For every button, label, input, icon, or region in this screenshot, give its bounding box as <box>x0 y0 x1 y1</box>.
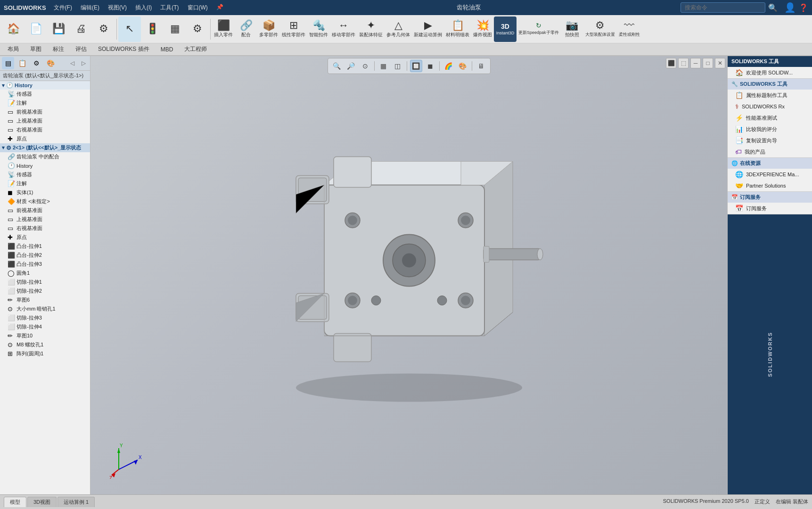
toolbar-new-motion[interactable]: ▶ 新建运动算例 <box>412 16 444 42</box>
menu-pin[interactable]: 📌 <box>213 2 227 14</box>
tree-solid-bodies[interactable]: ◼实体(1) <box>0 188 90 197</box>
toolbar-speedpak[interactable]: ↻ 更新Speedpak子零件 <box>517 16 561 42</box>
tree-cut-extrude2[interactable]: ⬜切除-拉伸2 <box>0 287 90 296</box>
vp-previous-view[interactable]: ⊙ <box>359 60 371 72</box>
tree-sketch6[interactable]: ✏草图6 <box>0 296 90 304</box>
tree-annotations-2[interactable]: 📝注解 <box>0 179 90 188</box>
right-sw-tools-header[interactable]: 🔧 SOLIDWORKS 工具 <box>728 79 812 90</box>
menu-edit[interactable]: 编辑(E) <box>77 2 103 14</box>
tree-component2[interactable]: ▾⚙ 2<1> (默认<<默认>_显示状态 <box>0 143 90 152</box>
feature-tree[interactable]: ▾🕐 History 📡传感器 📝注解 ▭前视基准面 ▭上视基准面 ▭右视基准面… <box>0 81 90 494</box>
tree-cut-extrude3[interactable]: ⬜切除-拉伸3 <box>0 313 90 322</box>
tree-top-plane-2[interactable]: ▭上视基准面 <box>0 215 90 224</box>
toolbar-snapshot[interactable]: 📷 拍快照 <box>561 16 583 42</box>
tree-origin-2[interactable]: ✚原点 <box>0 233 90 242</box>
right-compare[interactable]: 📊 比较我的评分 <box>728 123 812 135</box>
toolbar-smart-fastener[interactable]: 🔩 智能扣件 <box>307 16 330 42</box>
tree-front-plane[interactable]: ▭前视基准面 <box>0 107 90 116</box>
toolbar-settings[interactable]: ⚙ <box>92 16 115 42</box>
toolbar-move-component[interactable]: ↔ 移动零部件 <box>330 16 357 42</box>
panel-expand-btn[interactable]: ▷ <box>79 58 88 68</box>
toolbar-assembly-feature[interactable]: ✦ 装配体特征 <box>357 16 385 42</box>
menu-file[interactable]: 文件(F) <box>50 2 76 14</box>
toolbar-instant3d[interactable]: 3D Instant3D <box>494 16 517 42</box>
toolbar-bom[interactable]: 📋 材料明细表 <box>444 16 471 42</box>
vp-viewport-settings[interactable]: 🖥 <box>475 60 487 72</box>
viewport-close[interactable]: ✕ <box>715 58 725 68</box>
tree-sensors-2[interactable]: 📡传感器 <box>0 170 90 179</box>
toolbar-print[interactable]: 🖨 <box>70 16 92 42</box>
viewport-minimize[interactable]: ─ <box>690 58 701 68</box>
feature-tree-btn[interactable]: ▤ <box>2 57 14 69</box>
viewport-split-h[interactable]: ⬚ <box>678 58 689 68</box>
config-manager-btn[interactable]: ⚙ <box>30 57 42 69</box>
toolbar-table[interactable]: ▦ <box>164 16 186 42</box>
vp-section-view[interactable]: ▦ <box>377 60 390 72</box>
tree-right-plane[interactable]: ▭右视基准面 <box>0 125 90 134</box>
viewport-maximize[interactable]: □ <box>703 58 713 68</box>
tab-annotation[interactable]: 标注 <box>47 44 70 55</box>
right-online-header[interactable]: 🌐 在线资源 <box>728 158 812 169</box>
panel-collapse-btn[interactable]: ◁ <box>67 58 77 68</box>
tree-cut-extrude4[interactable]: ⬜切除-拉伸4 <box>0 322 90 331</box>
vp-zoom-to-fit[interactable]: 🔍 <box>331 60 343 72</box>
tree-origin[interactable]: ✚原点 <box>0 134 90 143</box>
toolbar-multi-part[interactable]: 📦 多零部件 <box>257 16 280 42</box>
menu-view[interactable]: 视图(V) <box>104 2 131 14</box>
status-tab-3dview[interactable]: 3D视图 <box>27 497 57 507</box>
vp-appearance[interactable]: 🎨 <box>457 60 469 72</box>
tree-fillet1[interactable]: ◯圆角1 <box>0 269 90 278</box>
tab-evaluate[interactable]: 评估 <box>70 44 92 55</box>
right-sw-rx[interactable]: ⚕ SOLIDWORKS Rx <box>728 101 812 112</box>
tree-history-2[interactable]: 🕐History <box>0 161 90 170</box>
tree-boss-extrude1[interactable]: ⬛凸台-拉伸1 <box>0 242 90 251</box>
tree-sketch10[interactable]: ✏草图10 <box>0 331 90 340</box>
help-icon[interactable]: ❓ <box>799 3 808 12</box>
tree-front-plane-2[interactable]: ▭前视基准面 <box>0 206 90 215</box>
vp-view-orientation[interactable]: ◫ <box>392 60 404 72</box>
tab-sw-addins[interactable]: SOLIDWORKS 插件 <box>92 44 155 55</box>
toolbar-linear-array[interactable]: ⊞ 线性零部件 <box>280 16 307 42</box>
toolbar-insert-part[interactable]: ⬛ 插入零件 <box>212 16 235 42</box>
tab-engineer[interactable]: 大工程师 <box>179 44 213 55</box>
tab-layout[interactable]: 布局 <box>2 44 25 55</box>
toolbar-new-doc[interactable]: 📄 <box>25 16 47 42</box>
toolbar-gear[interactable]: ⚙ <box>186 16 209 42</box>
toolbar-flexible-rigid[interactable]: 〰 柔性或刚性 <box>617 16 642 42</box>
user-icon[interactable]: 👤 <box>784 2 796 13</box>
toolbar-reference-geometry[interactable]: △ 参考几何体 <box>385 16 412 42</box>
tree-boss-extrude3[interactable]: ⬛凸台-拉伸3 <box>0 260 90 269</box>
right-attr-tool[interactable]: 📋 属性标题制作工具 <box>728 90 812 101</box>
right-subscription-header[interactable]: 📅 订阅服务 <box>728 192 812 203</box>
status-tab-model[interactable]: 模型 <box>4 497 26 507</box>
tree-sensors[interactable]: 📡传感器 <box>0 90 90 99</box>
right-benchmark[interactable]: ⚡ 性能基准测试 <box>728 112 812 123</box>
menu-tools[interactable]: 工具(T) <box>156 2 182 14</box>
toolbar-large-assembly[interactable]: ⚙ 大型装配体设置 <box>583 16 617 42</box>
tree-top-plane[interactable]: ▭上视基准面 <box>0 116 90 125</box>
tree-dowel-hole[interactable]: ⊙大小mm 暗销孔1 <box>0 304 90 313</box>
toolbar-traffic[interactable]: 🚦 <box>141 16 164 42</box>
tree-material[interactable]: 🔶材质 <未指定> <box>0 197 90 206</box>
toolbar-mate[interactable]: 🔗 配合 <box>235 16 257 42</box>
property-manager-btn[interactable]: 📋 <box>16 57 28 69</box>
right-my-products[interactable]: 🏷 我的产品 <box>728 146 812 157</box>
tree-thread-hole[interactable]: ⊙M8 螺纹孔1 <box>0 340 90 349</box>
tree-mates[interactable]: 🔗齿轮油泵 中的配合 <box>0 152 90 161</box>
tree-cut-extrude1[interactable]: ⬜切除-拉伸1 <box>0 278 90 287</box>
toolbar-home[interactable]: 🏠 <box>2 16 25 42</box>
search-button[interactable]: 🔍 <box>768 3 778 12</box>
tab-sketch[interactable]: 草图 <box>25 44 47 55</box>
viewport[interactable]: 🔍 🔎 ⊙ ▦ ◫ 🔲 ◼ 🌈 🎨 🖥 ⬛ ⬚ ─ □ ✕ <box>90 56 727 494</box>
tree-annotations[interactable]: 📝注解 <box>0 99 90 107</box>
right-partner-solutions[interactable]: 🤝 Partner Solutions <box>728 180 812 191</box>
tree-circular-pattern[interactable]: ⊞阵列(圆周)1 <box>0 349 90 358</box>
tree-right-plane-2[interactable]: ▭右视基准面 <box>0 224 90 233</box>
appearance-manager-btn[interactable]: 🎨 <box>44 57 57 69</box>
toolbar-save[interactable]: 💾 <box>47 16 70 42</box>
vp-scene[interactable]: 🌈 <box>443 60 455 72</box>
search-input[interactable] <box>681 2 765 13</box>
toolbar-explode[interactable]: 💥 爆炸视图 <box>471 16 494 42</box>
right-3dexperience[interactable]: 🌐 3DEXPERIENCE Ma... <box>728 169 812 180</box>
vp-hidden-lines[interactable]: ◼ <box>424 60 436 72</box>
